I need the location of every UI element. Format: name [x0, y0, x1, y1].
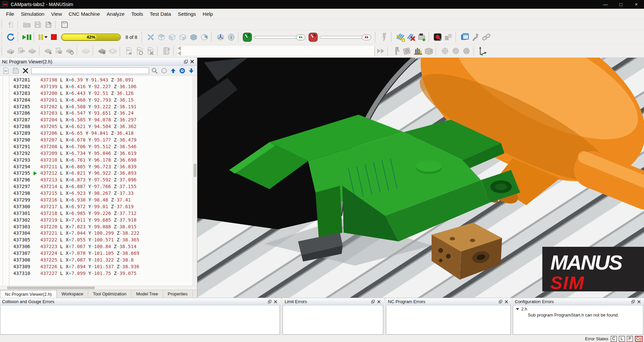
nc-time-icon[interactable]: NC: [135, 46, 145, 56]
menu-item[interactable]: Help: [199, 10, 216, 18]
cube-solid-icon[interactable]: [189, 32, 199, 42]
code-line[interactable]: 437299437216 L X+6.938 Y-98.48 Z-37.41: [9, 197, 197, 204]
stock-cut-icon[interactable]: [6, 46, 16, 56]
caliper-icon[interactable]: [392, 46, 402, 56]
menu-item[interactable]: Settings: [175, 10, 199, 18]
cube-wire-left-icon[interactable]: [178, 32, 188, 42]
menu-item[interactable]: Test Data: [146, 10, 174, 18]
quality-slider-handle[interactable]: [362, 35, 371, 40]
menu-item[interactable]: Simulation: [17, 10, 48, 18]
menu-item[interactable]: File: [3, 10, 17, 18]
toolbar-grip[interactable]: [1, 32, 3, 42]
speed-slider[interactable]: [254, 36, 304, 39]
save-all-icon[interactable]: [59, 19, 69, 30]
code-line[interactable]: 437309437226 L X+7.094 Y-101.537 Z-38.93…: [9, 264, 197, 270]
horizontal-scrollbar[interactable]: [0, 286, 197, 290]
machine-add-icon[interactable]: [417, 32, 427, 42]
rewind-icon[interactable]: [178, 46, 375, 56]
delete-icon[interactable]: [22, 67, 29, 75]
close-panel-icon[interactable]: [376, 299, 382, 305]
breakpoint-gutter[interactable]: [3, 76, 9, 286]
vertical-scrollbar-thumb[interactable]: [194, 164, 196, 177]
notebook-icon[interactable]: [161, 46, 171, 56]
float-panel-icon[interactable]: [266, 299, 273, 305]
quality-slider[interactable]: [320, 36, 370, 39]
cube-wire-top-icon[interactable]: [156, 32, 166, 42]
cube-corner-icon[interactable]: [199, 32, 209, 42]
code-line[interactable]: 437291437208 L X+6.706 Y-95.512 Z-36.546: [9, 144, 197, 150]
error-state-badge[interactable]: L: [619, 336, 625, 342]
code-line[interactable]: 437301437218 L X+6.985 Y-99.226 Z-37.712: [9, 210, 197, 217]
code-line[interactable]: 437303437220 L X+7.023 Y-99.888 Z-38.015: [9, 224, 197, 230]
nc-add-icon[interactable]: NC: [124, 46, 134, 56]
code-line[interactable]: 437308437225 L X+7.087 Y-101.322 Z-38.8: [9, 257, 197, 264]
axes-icon[interactable]: [478, 46, 488, 56]
menu-item[interactable]: View: [48, 10, 65, 18]
save-program-icon[interactable]: [12, 67, 19, 75]
save-icon[interactable]: [33, 19, 43, 30]
sphere-z-icon[interactable]: [461, 46, 472, 56]
open-icon[interactable]: [22, 19, 32, 30]
code-line[interactable]: 437294437211 L X+6.805 Y-96.723 Z-36.839: [9, 164, 197, 170]
play-pause-button[interactable]: [22, 32, 32, 42]
pause-button[interactable]: [38, 32, 48, 42]
refresh-icon[interactable]: [6, 32, 16, 42]
tool-edit-icon[interactable]: [395, 32, 405, 42]
code-line[interactable]: 437300437217 L X+6.972 Y-99.01 Z-37.619: [9, 204, 197, 210]
configuration-errors-content[interactable]: 2.h Sub program ProgramStart.h can not b…: [513, 305, 643, 335]
close-panel-icon[interactable]: [273, 299, 279, 305]
speed-slider-handle[interactable]: [296, 35, 305, 40]
stock-export-icon[interactable]: [81, 46, 91, 56]
panel-tab[interactable]: Properties: [163, 290, 193, 298]
code-line[interactable]: 437281437198 L X+6.39 Y-91.943 Z-36.091: [9, 77, 197, 83]
code-line[interactable]: 437285437202 L X+6.508 Y-93.222 Z-36.191: [9, 104, 197, 110]
panel-tab[interactable]: Nc Program Viewer(2.h): [0, 290, 57, 298]
panel-tab[interactable]: Tool Optimization: [88, 290, 132, 298]
search-input[interactable]: [31, 67, 149, 74]
viewport-3d[interactable]: MANUS SIM: [197, 58, 644, 298]
record-icon[interactable]: [433, 32, 443, 42]
sphere-y-icon[interactable]: [451, 46, 461, 56]
code-line[interactable]: 437296437213 L X+6.873 Y-97.592 Z-37.096: [9, 177, 197, 183]
stock-reload-icon[interactable]: [65, 46, 75, 56]
nc-program-errors-content[interactable]: [386, 305, 511, 335]
toolbar-grip[interactable]: [1, 46, 3, 55]
fast-forward-icon[interactable]: [376, 46, 386, 56]
code-line[interactable]: 437306437223 L X+7.067 Y-100.84 Z-38.514: [9, 243, 197, 250]
float-panel-icon[interactable]: [370, 299, 376, 305]
speed-gauge-green-icon[interactable]: [242, 32, 252, 42]
match-mode-icon[interactable]: [161, 67, 167, 75]
collision-errors-content[interactable]: [0, 305, 280, 335]
stock-outline-icon[interactable]: [108, 46, 118, 56]
quality-gauge-red-icon[interactable]: [308, 32, 318, 42]
chevron-down-icon[interactable]: [516, 308, 519, 310]
minimize-button[interactable]: —: [598, 0, 613, 9]
error-state-badge[interactable]: P: [627, 336, 633, 342]
float-panel-icon[interactable]: [630, 299, 636, 305]
close-panel-icon[interactable]: [636, 299, 642, 305]
goto-current-line-icon[interactable]: [179, 67, 186, 75]
new-part-icon[interactable]: [6, 19, 16, 30]
code-line[interactable]: 437307437224 L X+7.078 Y-101.105 Z-38.66…: [9, 250, 197, 257]
column-icon[interactable]: [379, 32, 389, 42]
horizontal-scrollbar-thumb[interactable]: [7, 287, 95, 289]
sphere-x-icon[interactable]: [440, 46, 450, 56]
config-error-message[interactable]: Sub program ProgramStart.h can not be fo…: [513, 311, 643, 318]
code-line[interactable]: 437290437207 L X+6.678 Y-95.177 Z-36.479: [9, 137, 197, 144]
close-panel-icon[interactable]: [189, 59, 195, 65]
tool-delete-icon[interactable]: [406, 32, 416, 42]
stock-new-icon[interactable]: [97, 46, 107, 56]
copy-shapes-icon[interactable]: [444, 32, 454, 42]
close-panel-icon[interactable]: [503, 299, 509, 305]
statistics-icon[interactable]: [413, 46, 423, 56]
config-error-group[interactable]: 2.h: [521, 306, 527, 311]
stock-icon[interactable]: [27, 46, 37, 56]
panel-tab[interactable]: Model Tree: [132, 290, 163, 298]
toolbar-grip[interactable]: [1, 21, 3, 28]
float-panel-icon[interactable]: [183, 59, 189, 65]
code-line[interactable]: 437293437210 L X+6.761 Y-96.178 Z-36.698: [9, 157, 197, 164]
code-line[interactable]: 437282437199 L X+6.416 Y-92.227 Z-36.106: [9, 83, 197, 90]
menu-item[interactable]: Tools: [128, 10, 146, 18]
cube-wire-iso-icon[interactable]: [167, 32, 177, 42]
code-line[interactable]: 437305437222 L X+7.055 Y-100.571 Z-38.36…: [9, 237, 197, 243]
